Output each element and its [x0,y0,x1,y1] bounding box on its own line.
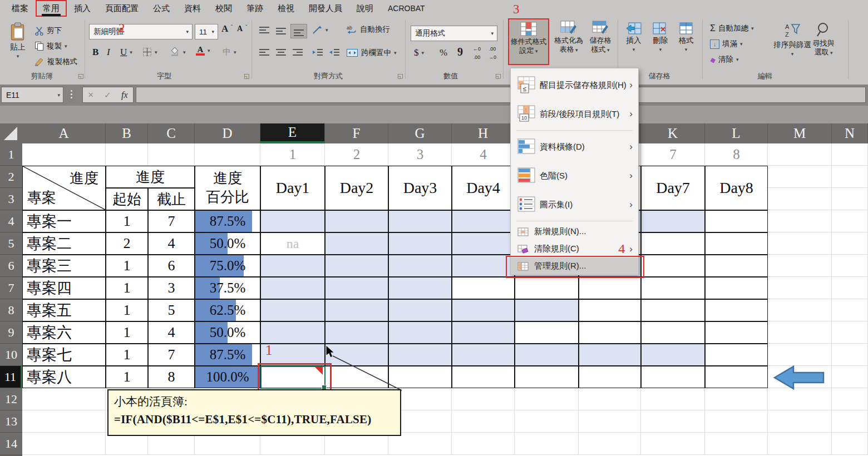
cell-H1[interactable]: 4 [452,143,515,166]
cell-styles-button[interactable]: 儲存格 樣式 ▾ [585,21,615,54]
cell-G5[interactable] [388,232,452,255]
cell-H5[interactable] [452,232,515,255]
column-header-L[interactable]: L [705,123,768,143]
cell-A7-project-name[interactable]: 專案四 [22,277,106,299]
column-header-B[interactable]: B [106,123,148,143]
formula-input[interactable] [136,87,866,103]
cell-G2-day-header[interactable]: Day3 [388,166,452,210]
cell-E4[interactable] [260,210,325,232]
cell-G6[interactable] [388,255,452,277]
cell-K8[interactable] [641,299,705,321]
percent-style-button[interactable]: % [440,47,447,58]
cell-H7[interactable] [452,277,515,299]
cell-L5[interactable] [705,232,768,255]
cell-K1[interactable]: 7 [641,143,705,166]
cell-C4-end[interactable]: 7 [148,210,195,232]
number-dialog-launcher[interactable]: ◱ [495,72,501,80]
orientation-button[interactable]: ▾ [312,24,328,36]
cell-C7-end[interactable]: 3 [148,277,195,299]
format-painter-button[interactable]: 複製格式 [34,57,77,67]
cell-I11[interactable] [515,366,579,388]
select-all-corner[interactable] [0,123,22,143]
cell-F4[interactable] [325,210,388,232]
grow-font-button[interactable]: Aˆ [221,23,233,34]
cell-A9-project-name[interactable]: 專案六 [22,321,106,344]
tab-頁面配置[interactable]: 頁面配置 [98,0,146,17]
cell-A6-project-name[interactable]: 專案三 [22,255,106,277]
conditional-formatting-button[interactable]: 條件式格式 設定 ▾ [508,18,549,65]
row-header-7[interactable]: 7 [0,277,22,299]
cell-C8-end[interactable]: 5 [148,299,195,321]
cell-F10[interactable] [325,344,388,366]
cell-G10[interactable] [388,344,452,366]
row-header-4[interactable]: 4 [0,210,22,232]
increase-indent-button[interactable] [328,48,341,58]
formula-bar-resize-handle[interactable] [71,90,72,98]
cell-H4[interactable] [452,210,515,232]
menu-item-new-rule[interactable]: 新增規則(N)... [511,223,638,240]
align-bottom-button[interactable] [290,24,307,38]
decrease-indent-button[interactable] [312,48,324,58]
cut-button[interactable]: 剪下 [34,26,62,36]
cell-I9[interactable] [515,321,579,344]
cancel-icon[interactable]: × [88,90,93,101]
cell-L10[interactable] [705,344,768,366]
tab-筆跡[interactable]: 筆跡 [239,0,270,17]
insert-cells-button[interactable]: 插入 ▾ [621,22,647,52]
borders-button[interactable]: ▾ [142,47,157,57]
tab-ACROBAT[interactable]: ACROBAT [381,0,432,17]
blue-left-arrow[interactable] [772,364,826,391]
cell-A5-project-name[interactable]: 專案二 [22,232,106,255]
cell-G8[interactable] [388,299,452,321]
cell-G4[interactable] [388,210,452,232]
cell-D2-percent-header[interactable]: 進度百分比 [195,166,260,210]
font-size-select[interactable]: 11 ▾ [195,24,218,39]
format-cells-button[interactable]: 格式 ▾ [673,22,699,52]
cell-G9[interactable] [388,321,452,344]
cell-E5-stray-text[interactable]: na [260,232,325,255]
cell-L1[interactable]: 8 [705,143,768,166]
italic-button[interactable]: I [107,47,110,58]
decrease-decimal-button[interactable]: .00→0 [489,47,496,61]
tab-公式[interactable]: 公式 [146,0,177,17]
tab-校閱[interactable]: 校閱 [208,0,239,17]
row-header-13[interactable]: 13 [0,410,22,433]
row-header-8[interactable]: 8 [0,299,22,321]
column-header-G[interactable]: G [388,123,452,143]
cell-L8[interactable] [705,299,768,321]
cell-H11[interactable] [452,366,515,388]
cell-D7-percent[interactable]: 37.5% [195,277,260,299]
cell-D11-percent[interactable]: 100.0% [195,366,260,388]
cell-K5[interactable] [641,232,705,255]
row-header-1[interactable]: 1 [0,143,22,166]
column-header-N[interactable]: N [832,123,868,143]
cell-F6[interactable] [325,255,388,277]
cell-C11-end[interactable]: 8 [148,366,195,388]
cell-D9-percent[interactable]: 50.0% [195,321,260,344]
shrink-font-button[interactable]: Aˇ [237,24,247,33]
cell-E9[interactable] [260,321,325,344]
tab-說明[interactable]: 說明 [349,0,381,17]
row-header-12[interactable]: 12 [0,388,22,410]
cell-J9[interactable] [579,321,641,344]
column-header-C[interactable]: C [148,123,195,143]
font-name-select[interactable]: 新細明體 ▾ [89,24,193,39]
cell-A11-project-name[interactable]: 專案八 [22,366,106,388]
cell-E6[interactable] [260,255,325,277]
format-as-table-button[interactable]: 格式化為 表格 ▾ [552,21,585,54]
cell-G7[interactable] [388,277,452,299]
row-header-6[interactable]: 6 [0,255,22,277]
cell-J8[interactable] [579,299,641,321]
menu-item-color-scales[interactable]: 色階(S) › [511,161,638,190]
cell-B11-start[interactable]: 1 [106,366,148,388]
cell-D6-percent[interactable]: 75.0% [195,255,260,277]
column-header-M[interactable]: M [768,123,832,143]
cell-C9-end[interactable]: 4 [148,321,195,344]
cell-E2-day-header[interactable]: Day1 [260,166,325,210]
font-color-button[interactable]: A ▾ [196,46,210,56]
cell-D10-percent[interactable]: 87.5% [195,344,260,366]
tab-檢視[interactable]: 檢視 [270,0,302,17]
row-header-2[interactable]: 2 [0,166,22,188]
cell-C6-end[interactable]: 6 [148,255,195,277]
cell-K7[interactable] [641,277,705,299]
